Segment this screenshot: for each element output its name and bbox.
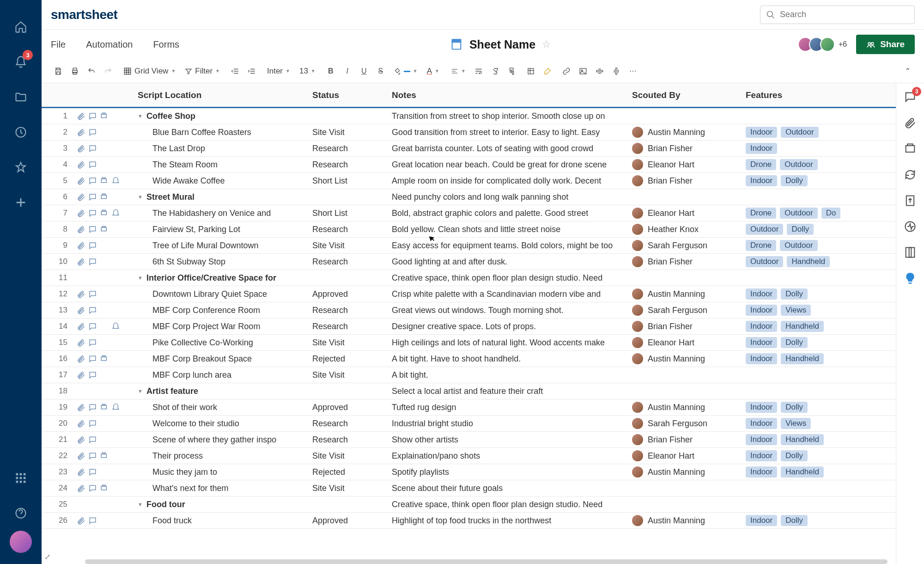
cell-status[interactable]: Research xyxy=(312,221,392,237)
cell-scouted-by[interactable]: Austin Manning xyxy=(632,399,746,415)
table-row[interactable]: 16 MBF Corp Breakout Space Rejected A bi… xyxy=(42,351,896,367)
cell-status[interactable]: Research xyxy=(312,141,392,156)
comment-icon[interactable] xyxy=(88,371,97,380)
cell-script-location[interactable]: ▼Artist feature xyxy=(132,383,312,399)
horizontal-scrollbar[interactable] xyxy=(85,559,888,564)
comment-icon[interactable] xyxy=(88,112,97,121)
cell-script-location[interactable]: Music they jam to xyxy=(132,464,312,480)
cell-notes[interactable]: High ceilings and lots of natural light.… xyxy=(392,335,632,350)
cell-notes[interactable]: Bold yellow. Clean shots and little stre… xyxy=(392,221,632,237)
cell-notes[interactable]: Show other artists xyxy=(392,432,632,448)
cell-notes[interactable]: Easy access for equipment teams. Bold co… xyxy=(392,238,632,253)
cell-status[interactable]: Approved xyxy=(312,399,392,415)
attachment-icon[interactable] xyxy=(77,257,85,266)
cell-scouted-by[interactable]: Eleanor Hart xyxy=(632,157,746,172)
cell-status[interactable]: Site Visit xyxy=(312,448,392,464)
cell-scouted-by[interactable]: Austin Manning xyxy=(632,286,746,302)
create-icon[interactable] xyxy=(12,193,30,212)
cell-script-location[interactable]: Pike Collective Co-Working xyxy=(132,335,312,350)
cell-script-location[interactable]: MBF Corp lunch area xyxy=(132,367,312,383)
collaborator-avatars[interactable]: +6 xyxy=(802,37,847,52)
cell-script-location[interactable]: The Last Drop xyxy=(132,141,312,156)
comments-panel-icon[interactable]: 3 xyxy=(904,91,917,104)
proof-icon[interactable] xyxy=(100,355,109,363)
attachment-icon[interactable] xyxy=(77,403,85,412)
cell-notes[interactable]: Good lighting at and after dusk. xyxy=(392,254,632,270)
table-row[interactable]: 3 The Last Drop Research Great barrista … xyxy=(42,141,896,157)
clear-format-icon[interactable] xyxy=(488,64,503,79)
comment-icon[interactable] xyxy=(88,225,97,234)
favorite-star-icon[interactable]: ☆ xyxy=(542,38,551,50)
cell-script-location[interactable]: ▼Interior Office/Creative Space for xyxy=(132,270,312,286)
table-row[interactable]: 14 MBF Corp Project War Room Research De… xyxy=(42,319,896,335)
cell-status[interactable]: Site Visit xyxy=(312,480,392,496)
cell-scouted-by[interactable]: Sarah Ferguson xyxy=(632,416,746,431)
collapse-icon[interactable]: ▼ xyxy=(138,388,143,394)
cell-script-location[interactable]: 6th St Subway Stop xyxy=(132,254,312,270)
cell-features[interactable]: IndoorViews xyxy=(746,416,896,431)
summary-icon[interactable] xyxy=(904,246,917,259)
cell-script-location[interactable]: Welcome to their studio xyxy=(132,416,312,431)
cell-features[interactable] xyxy=(746,480,896,496)
comment-icon[interactable] xyxy=(88,435,97,444)
cell-scouted-by[interactable] xyxy=(632,270,746,286)
cell-features[interactable] xyxy=(746,108,896,124)
cell-notes[interactable]: Creative space, think open floor plan de… xyxy=(392,497,632,512)
insert-col-icon[interactable] xyxy=(609,64,624,79)
reminder-icon[interactable] xyxy=(111,403,120,412)
cell-features[interactable] xyxy=(746,270,896,286)
table-row[interactable]: 23 Music they jam to Rejected Spotify pl… xyxy=(42,464,896,480)
cell-script-location[interactable]: Blue Barn Coffee Roasters xyxy=(132,124,312,140)
underline-icon[interactable]: U xyxy=(357,64,371,79)
cell-notes[interactable]: Transition from street to shop interior.… xyxy=(392,108,632,124)
table-row[interactable]: 10 6th St Subway Stop Research Good ligh… xyxy=(42,254,896,270)
comment-icon[interactable] xyxy=(88,177,97,185)
cell-script-location[interactable]: The Steam Room xyxy=(132,157,312,172)
cell-status[interactable]: Rejected xyxy=(312,464,392,480)
help-icon[interactable] xyxy=(12,504,30,522)
cell-scouted-by[interactable]: Austin Manning xyxy=(632,124,746,140)
comment-icon[interactable] xyxy=(88,322,97,331)
attachment-icon[interactable] xyxy=(77,322,85,331)
cell-status[interactable]: Research xyxy=(312,416,392,431)
cell-status[interactable]: Site Visit xyxy=(312,367,392,383)
align-icon[interactable]: ▼ xyxy=(447,67,469,75)
proof-icon[interactable] xyxy=(100,177,109,185)
table-row[interactable]: 18 ▼Artist feature Select a local artist… xyxy=(42,383,896,399)
redo-icon[interactable] xyxy=(101,64,116,79)
more-icon[interactable]: ⋯ xyxy=(626,64,640,79)
cell-features[interactable]: IndoorHandheld xyxy=(746,464,896,480)
comment-icon[interactable] xyxy=(88,306,97,315)
cell-scouted-by[interactable]: Brian Fisher xyxy=(632,254,746,270)
filter-selector[interactable]: Filter▼ xyxy=(181,67,224,76)
cell-notes[interactable]: Great views out windows. Tough morning s… xyxy=(392,302,632,318)
recent-icon[interactable] xyxy=(12,123,30,141)
cell-script-location[interactable]: Shot of their work xyxy=(132,399,312,415)
cell-status[interactable]: Research xyxy=(312,319,392,334)
undo-icon[interactable] xyxy=(84,64,99,79)
comment-icon[interactable] xyxy=(88,468,97,477)
collapse-icon[interactable]: ▼ xyxy=(138,275,143,281)
cell-script-location[interactable]: Downtown Library Quiet Space xyxy=(132,286,312,302)
attachment-icon[interactable] xyxy=(77,371,85,380)
cell-features[interactable]: OutdoorHandheld xyxy=(746,254,896,270)
attachment-icon[interactable] xyxy=(77,452,85,460)
proofs-panel-icon[interactable] xyxy=(904,142,917,155)
cell-script-location[interactable]: Tree of Life Mural Downtown xyxy=(132,238,312,253)
publish-icon[interactable] xyxy=(904,194,917,207)
cell-features[interactable]: DroneOutdoor xyxy=(746,157,896,172)
header-features[interactable]: Features xyxy=(746,83,896,107)
table-row[interactable]: 4 The Steam Room Research Great location… xyxy=(42,157,896,173)
comment-icon[interactable] xyxy=(88,338,97,347)
cell-status[interactable] xyxy=(312,270,392,286)
comment-icon[interactable] xyxy=(88,144,97,153)
cell-script-location[interactable]: Wide Awake Coffee xyxy=(132,173,312,189)
comment-icon[interactable] xyxy=(88,257,97,266)
cell-notes[interactable]: A bit tight. Have to shoot handheld. xyxy=(392,351,632,367)
cell-notes[interactable]: Bold, abstract graphic colors and palett… xyxy=(392,205,632,221)
cell-status[interactable] xyxy=(312,497,392,512)
print-icon[interactable] xyxy=(67,64,82,79)
search-box[interactable] xyxy=(760,6,915,24)
table-row[interactable]: 12 Downtown Library Quiet Space Approved… xyxy=(42,286,896,302)
table-row[interactable]: 1 ▼Coffee Shop Transition from street to… xyxy=(42,108,896,124)
